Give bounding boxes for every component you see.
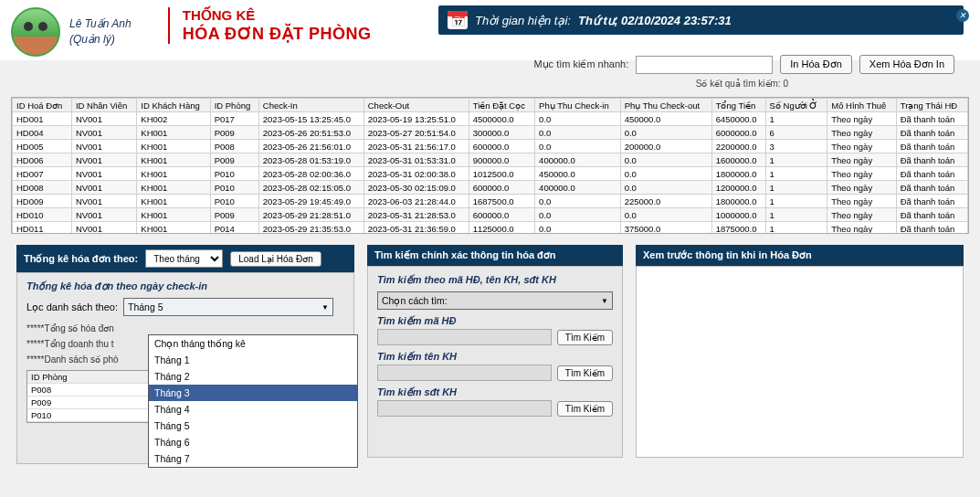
dropdown-option[interactable]: Tháng 7 — [149, 450, 357, 467]
table-header[interactable]: Tổng Tiền — [711, 99, 765, 112]
dropdown-option[interactable]: Tháng 1 — [149, 352, 357, 368]
panel3-header: Xem trước thông tin khi in Hóa Đơn — [636, 245, 964, 266]
dropdown-option[interactable]: Tháng 4 — [149, 401, 357, 418]
avatar — [11, 7, 60, 57]
table-header[interactable]: ID Nhân Viên — [71, 99, 136, 112]
search-kh-button[interactable]: Tìm Kiếm — [557, 365, 613, 381]
dropdown-option[interactable]: Tháng 6 — [149, 434, 357, 450]
table-header[interactable]: Tiền Đặt Cọc — [469, 99, 534, 112]
dropdown-option[interactable]: Tháng 3 — [149, 385, 357, 401]
table-header[interactable]: Check-Out — [364, 99, 469, 112]
month-dropdown-list[interactable]: Chọn tháng thống kê Tháng 1Tháng 2Tháng … — [148, 334, 358, 468]
table-row[interactable]: HD006NV001KH001P0092023-05-28 01:53:19.0… — [13, 153, 968, 167]
chevron-down-icon: ▼ — [321, 303, 329, 312]
table-row[interactable]: HD007NV001KH001P0102023-05-28 02:00:36.0… — [13, 167, 968, 181]
total-invoices-label: *****Tổng số hóa đơn — [26, 323, 344, 333]
quick-search-label: Mục tìm kiếm nhanh: — [533, 58, 628, 70]
table-header[interactable]: ID Phòng — [210, 99, 258, 112]
panel2-sub: Tìm kiếm theo mã HĐ, tên KH, sđt KH — [377, 274, 613, 286]
panel1-header: Thống kê hóa đơn theo: — [24, 253, 138, 265]
close-icon[interactable]: ✕ — [956, 9, 969, 22]
calendar-icon — [448, 11, 468, 29]
table-row[interactable]: HD005NV001KH001P0082023-05-26 21:56:01.0… — [13, 140, 968, 153]
search-hd-label: Tìm kiếm mã HĐ — [377, 315, 613, 327]
table-row[interactable]: HD004NV001KH001P0092023-05-26 20:51:53.0… — [13, 126, 968, 140]
time-bar: Thời gian hiện tại: Thứ tư, 02/10/2024 2… — [438, 5, 964, 35]
print-button[interactable]: In Hóa Đơn — [780, 55, 852, 74]
search-sdt-label: Tìm kiếm sđt KH — [377, 386, 613, 398]
table-row[interactable]: HD008NV001KH001P0102023-05-28 02:15:05.0… — [13, 181, 968, 195]
table-header[interactable]: Số Người Ở — [765, 99, 827, 112]
search-method-select[interactable]: Chọn cách tìm: ▼ — [377, 291, 613, 310]
page-title-2: HÓA ĐƠN ĐẶT PHÒNG — [183, 24, 372, 44]
month-filter-select[interactable]: Tháng 5 ▼ — [123, 298, 333, 316]
print-preview-area — [636, 266, 964, 458]
dropdown-placeholder[interactable]: Chọn tháng thống kê — [149, 335, 357, 352]
search-hd-button[interactable]: Tìm Kiếm — [557, 330, 613, 345]
result-count: Số kết quả tìm kiếm: 0 — [696, 79, 788, 89]
view-printed-button[interactable]: Xem Hóa Đơn In — [859, 55, 954, 74]
table-header[interactable]: Trạng Thái HĐ — [896, 99, 967, 112]
table-row[interactable]: HD010NV001KH001P0092023-05-29 21:28:51.0… — [13, 208, 968, 222]
table-header[interactable]: ID Khách Hàng — [137, 99, 210, 112]
table-row[interactable]: HD001NV001KH002P0172023-05-15 13:25:45.0… — [13, 112, 968, 126]
quick-search-input[interactable] — [636, 56, 773, 74]
time-label: Thời gian hiện tại: — [475, 14, 571, 27]
table-row[interactable]: HD011NV001KH001P0142023-05-29 21:35:53.0… — [13, 222, 968, 235]
search-hd-input[interactable] — [377, 329, 552, 345]
stats-mode-select[interactable]: Theo tháng — [145, 249, 223, 268]
reload-button[interactable]: Load Lại Hóa Đơn — [230, 251, 321, 267]
search-sdt-input[interactable] — [377, 400, 552, 417]
chevron-down-icon: ▼ — [601, 297, 608, 305]
user-name: Lê Tuấn Anh — [69, 16, 132, 32]
time-value: Thứ tư, 02/10/2024 23:57:31 — [578, 14, 732, 27]
table-header[interactable]: ID Hoá Đơn — [13, 99, 72, 112]
table-row[interactable]: HD009NV001KH001P0102023-05-29 19:45:49.0… — [13, 195, 968, 208]
table-header[interactable]: Phụ Thu Check-out — [620, 99, 711, 112]
table-header[interactable]: Check-In — [258, 99, 364, 112]
page-title-1: THỐNG KÊ — [183, 7, 372, 24]
table-header[interactable]: Mô Hình Thuê — [827, 99, 896, 112]
user-role: (Quản lý) — [69, 32, 132, 48]
search-kh-input[interactable] — [377, 365, 552, 381]
invoice-table[interactable]: ID Hoá ĐơnID Nhân ViênID Khách HàngID Ph… — [12, 98, 968, 234]
dropdown-option[interactable]: Tháng 2 — [149, 368, 357, 385]
panel1-sub: Thống kê hóa đơn theo ngày check-in — [26, 280, 344, 292]
table-header[interactable]: Phụ Thu Check-in — [535, 99, 621, 112]
panel2-header: Tìm kiếm chính xác thông tin hóa đơn — [367, 245, 623, 266]
search-sdt-button[interactable]: Tìm Kiếm — [557, 401, 613, 417]
filter-label: Lọc danh sách theo: — [26, 301, 118, 313]
dropdown-option[interactable]: Tháng 5 — [149, 418, 357, 434]
search-kh-label: Tìm kiếm tên KH — [377, 351, 613, 363]
